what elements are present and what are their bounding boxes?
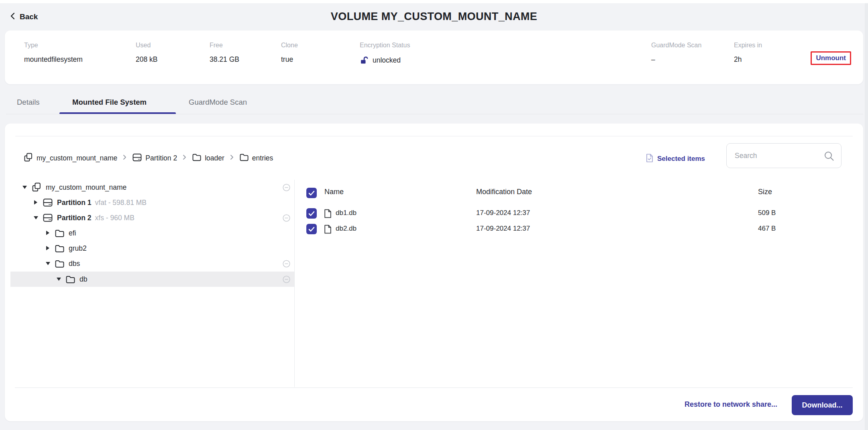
download-button[interactable]: Download... <box>792 395 853 415</box>
footer-divider <box>15 387 853 388</box>
unmount-button[interactable]: Unmount <box>811 51 851 65</box>
field-value: mountedfilesystem <box>24 55 83 64</box>
restore-to-network-share-link[interactable]: Restore to network share... <box>685 400 777 409</box>
field-value: unlocked <box>360 55 401 65</box>
chevron-right-icon <box>122 154 127 162</box>
file-modified: 17-09-2024 12:37 <box>476 225 530 233</box>
caret-down-icon[interactable] <box>57 277 65 281</box>
tab-guardmode-scan[interactable]: GuardMode Scan <box>189 98 247 107</box>
selected-items-label: Selected items <box>657 155 705 163</box>
field-label: Clone <box>281 42 298 49</box>
folder-icon <box>192 153 202 163</box>
tree-item-label: dbs <box>69 260 80 268</box>
search-input[interactable] <box>735 144 819 168</box>
encryption-status-text: unlocked <box>373 56 401 65</box>
table-row[interactable]: db1.db 17-09-2024 12:37 509 B <box>5 206 863 221</box>
chevron-right-icon <box>182 154 187 162</box>
mounted-file-system-panel: my_custom_mount_name Partition 2 <box>5 124 863 421</box>
field-label: Encryption Status <box>360 42 410 49</box>
caret-down-icon[interactable] <box>46 262 55 266</box>
file-table-header: Name Modification Date Size <box>5 185 863 201</box>
chevron-right-icon <box>230 154 234 162</box>
table-row[interactable]: db2.db 17-09-2024 12:37 467 B <box>5 221 863 237</box>
tree-item-dbs[interactable]: dbs <box>10 256 294 271</box>
column-header-size[interactable]: Size <box>758 188 772 196</box>
breadcrumb-item-volume[interactable]: my_custom_mount_name <box>23 152 117 164</box>
volume-info-card: Type mountedfilesystem Used 208 kB Free … <box>5 30 863 84</box>
document-check-icon <box>646 153 654 164</box>
breadcrumb-label: entries <box>252 154 273 162</box>
breadcrumb-label: Partition 2 <box>145 154 177 162</box>
file-icon <box>324 209 332 220</box>
file-size: 467 B <box>758 225 776 233</box>
field-value: 208 kB <box>136 55 157 64</box>
selected-items-link[interactable]: Selected items <box>646 153 705 164</box>
tab-bar-divider <box>6 114 863 114</box>
folder-icon <box>239 153 249 163</box>
field-label: Free <box>210 42 223 49</box>
caret-right-icon[interactable] <box>46 246 55 251</box>
file-size: 509 B <box>758 209 776 217</box>
folder-icon <box>65 275 75 284</box>
breadcrumb-item-partition[interactable]: Partition 2 <box>132 153 177 164</box>
field-value: – <box>651 55 655 64</box>
field-label: Used <box>136 42 151 49</box>
file-name: db2.db <box>336 225 357 233</box>
tree-item-grub2[interactable]: grub2 <box>10 241 294 256</box>
field-value: 2h <box>734 55 742 64</box>
page-title: VOLUME MY_CUSTOM_MOUNT_NAME <box>0 10 868 23</box>
breadcrumb-label: my_custom_mount_name <box>37 154 117 162</box>
breadcrumb-label: loader <box>205 154 224 162</box>
top-strip <box>0 0 868 3</box>
volume-detail-page: Back VOLUME MY_CUSTOM_MOUNT_NAME Type mo… <box>0 0 868 430</box>
column-header-modification-date[interactable]: Modification Date <box>476 188 532 196</box>
tab-details[interactable]: Details <box>17 98 40 107</box>
tree-item-label: grub2 <box>69 244 87 253</box>
search-icon[interactable] <box>823 150 835 163</box>
file-modified: 17-09-2024 12:37 <box>476 209 530 217</box>
minus-circle-icon[interactable] <box>283 276 290 283</box>
caret-right-icon[interactable] <box>34 200 43 205</box>
folder-icon <box>55 244 65 253</box>
breadcrumb-item-loader[interactable]: loader <box>192 153 224 163</box>
column-header-name[interactable]: Name <box>324 188 344 196</box>
row-checkbox[interactable] <box>306 208 317 219</box>
field-label: GuardMode Scan <box>651 42 701 49</box>
field-value: true <box>281 55 293 64</box>
field-value: 38.21 GB <box>210 55 239 64</box>
vertical-scrollbar[interactable] <box>865 3 868 430</box>
folder-icon <box>55 259 65 268</box>
minus-circle-icon[interactable] <box>283 260 290 268</box>
tab-mounted-file-system[interactable]: Mounted File System <box>72 98 147 107</box>
breadcrumb: my_custom_mount_name Partition 2 <box>23 152 273 164</box>
partition-icon <box>132 153 142 164</box>
tree-item-db[interactable]: db <box>10 272 294 287</box>
breadcrumb-item-entries[interactable]: entries <box>239 153 273 163</box>
volume-icon <box>23 152 33 164</box>
search-box <box>726 143 842 168</box>
select-all-checkbox[interactable] <box>306 188 317 198</box>
field-label: Type <box>24 42 38 49</box>
field-label: Expires in <box>734 42 762 49</box>
tree-item-label: db <box>79 275 87 284</box>
tab-bar: Details Mounted File System GuardMode Sc… <box>0 95 868 116</box>
file-name: db1.db <box>336 209 357 217</box>
unlock-icon <box>360 55 369 65</box>
file-icon <box>324 224 332 236</box>
row-checkbox[interactable] <box>306 224 317 234</box>
panel-top-divider <box>15 136 853 136</box>
